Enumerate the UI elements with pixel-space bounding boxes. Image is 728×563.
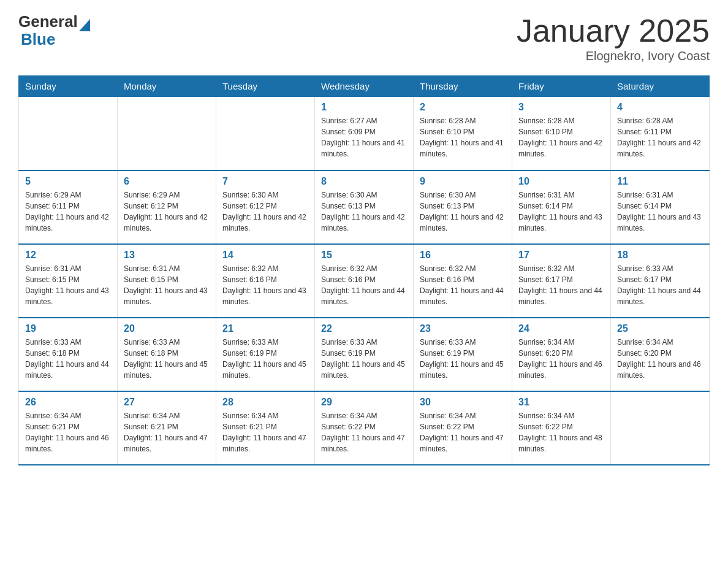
calendar-cell: 7Sunrise: 6:30 AM Sunset: 6:12 PM Daylig…: [216, 170, 315, 244]
week-row-2: 5Sunrise: 6:29 AM Sunset: 6:11 PM Daylig…: [19, 170, 710, 244]
day-number: 15: [321, 250, 407, 261]
calendar-cell: 22Sunrise: 6:33 AM Sunset: 6:19 PM Dayli…: [315, 318, 414, 391]
day-info: Sunrise: 6:27 AM Sunset: 6:09 PM Dayligh…: [321, 115, 407, 159]
calendar-cell: 8Sunrise: 6:30 AM Sunset: 6:13 PM Daylig…: [315, 170, 414, 244]
calendar-subtitle: Elognekro, Ivory Coast: [517, 49, 710, 63]
day-info: Sunrise: 6:33 AM Sunset: 6:19 PM Dayligh…: [420, 337, 506, 381]
header-day-monday: Monday: [118, 76, 216, 97]
day-number: 8: [321, 176, 407, 187]
header-day-tuesday: Tuesday: [216, 76, 315, 97]
calendar-cell: 24Sunrise: 6:34 AM Sunset: 6:20 PM Dayli…: [512, 318, 611, 391]
calendar-cell: 4Sunrise: 6:28 AM Sunset: 6:11 PM Daylig…: [611, 97, 710, 170]
header-day-wednesday: Wednesday: [315, 76, 414, 97]
day-info: Sunrise: 6:31 AM Sunset: 6:15 PM Dayligh…: [124, 263, 210, 307]
calendar-cell: [216, 97, 315, 170]
week-row-5: 26Sunrise: 6:34 AM Sunset: 6:21 PM Dayli…: [19, 391, 710, 465]
day-number: 2: [420, 102, 506, 113]
title-section: January 2025 Elognekro, Ivory Coast: [517, 12, 710, 63]
calendar-cell: 20Sunrise: 6:33 AM Sunset: 6:18 PM Dayli…: [118, 318, 216, 391]
day-number: 17: [518, 250, 604, 261]
svg-marker-0: [79, 19, 90, 31]
day-number: 4: [617, 102, 703, 113]
day-info: Sunrise: 6:34 AM Sunset: 6:22 PM Dayligh…: [420, 410, 506, 454]
day-info: Sunrise: 6:30 AM Sunset: 6:13 PM Dayligh…: [420, 190, 506, 234]
day-number: 16: [420, 250, 506, 261]
week-row-4: 19Sunrise: 6:33 AM Sunset: 6:18 PM Dayli…: [19, 318, 710, 391]
day-number: 7: [222, 176, 308, 187]
logo-blue-text: Blue: [21, 30, 55, 48]
day-number: 29: [321, 397, 407, 408]
day-info: Sunrise: 6:30 AM Sunset: 6:12 PM Dayligh…: [222, 190, 308, 234]
calendar-cell: 30Sunrise: 6:34 AM Sunset: 6:22 PM Dayli…: [414, 391, 512, 465]
day-info: Sunrise: 6:32 AM Sunset: 6:16 PM Dayligh…: [420, 263, 506, 307]
day-info: Sunrise: 6:28 AM Sunset: 6:11 PM Dayligh…: [617, 115, 703, 159]
day-number: 30: [420, 397, 506, 408]
day-number: 24: [518, 323, 604, 334]
day-number: 14: [222, 250, 308, 261]
day-info: Sunrise: 6:34 AM Sunset: 6:21 PM Dayligh…: [124, 410, 210, 454]
calendar-cell: 15Sunrise: 6:32 AM Sunset: 6:16 PM Dayli…: [315, 244, 414, 318]
header-day-saturday: Saturday: [611, 76, 710, 97]
calendar-cell: 11Sunrise: 6:31 AM Sunset: 6:14 PM Dayli…: [611, 170, 710, 244]
day-info: Sunrise: 6:32 AM Sunset: 6:16 PM Dayligh…: [321, 263, 407, 307]
day-info: Sunrise: 6:34 AM Sunset: 6:22 PM Dayligh…: [518, 410, 604, 454]
day-info: Sunrise: 6:30 AM Sunset: 6:13 PM Dayligh…: [321, 190, 407, 234]
day-number: 31: [518, 397, 604, 408]
day-number: 11: [617, 176, 703, 187]
calendar-cell: [118, 97, 216, 170]
calendar-cell: 3Sunrise: 6:28 AM Sunset: 6:10 PM Daylig…: [512, 97, 611, 170]
day-info: Sunrise: 6:33 AM Sunset: 6:18 PM Dayligh…: [124, 337, 210, 381]
calendar-cell: 5Sunrise: 6:29 AM Sunset: 6:11 PM Daylig…: [19, 170, 118, 244]
calendar-cell: 13Sunrise: 6:31 AM Sunset: 6:15 PM Dayli…: [118, 244, 216, 318]
day-number: 5: [25, 176, 111, 187]
day-number: 28: [222, 397, 308, 408]
calendar-cell: 25Sunrise: 6:34 AM Sunset: 6:20 PM Dayli…: [611, 318, 710, 391]
calendar-cell: [19, 97, 118, 170]
logo-general-text: General: [18, 12, 78, 31]
day-number: 23: [420, 323, 506, 334]
day-number: 18: [617, 250, 703, 261]
calendar-cell: 23Sunrise: 6:33 AM Sunset: 6:19 PM Dayli…: [414, 318, 512, 391]
day-number: 10: [518, 176, 604, 187]
calendar-cell: 14Sunrise: 6:32 AM Sunset: 6:16 PM Dayli…: [216, 244, 315, 318]
calendar-cell: 21Sunrise: 6:33 AM Sunset: 6:19 PM Dayli…: [216, 318, 315, 391]
week-row-1: 1Sunrise: 6:27 AM Sunset: 6:09 PM Daylig…: [19, 97, 710, 170]
calendar-header-row: SundayMondayTuesdayWednesdayThursdayFrid…: [19, 76, 710, 97]
header-day-thursday: Thursday: [414, 76, 512, 97]
day-info: Sunrise: 6:34 AM Sunset: 6:21 PM Dayligh…: [25, 410, 111, 454]
calendar-cell: 17Sunrise: 6:32 AM Sunset: 6:17 PM Dayli…: [512, 244, 611, 318]
day-info: Sunrise: 6:34 AM Sunset: 6:21 PM Dayligh…: [222, 410, 308, 454]
day-info: Sunrise: 6:28 AM Sunset: 6:10 PM Dayligh…: [420, 115, 506, 159]
day-number: 12: [25, 250, 111, 261]
calendar-cell: 18Sunrise: 6:33 AM Sunset: 6:17 PM Dayli…: [611, 244, 710, 318]
day-number: 20: [124, 323, 210, 334]
day-info: Sunrise: 6:32 AM Sunset: 6:16 PM Dayligh…: [222, 263, 308, 307]
logo: General Blue: [18, 12, 90, 49]
calendar-cell: 2Sunrise: 6:28 AM Sunset: 6:10 PM Daylig…: [414, 97, 512, 170]
day-info: Sunrise: 6:33 AM Sunset: 6:19 PM Dayligh…: [222, 337, 308, 381]
header-day-friday: Friday: [512, 76, 611, 97]
day-info: Sunrise: 6:33 AM Sunset: 6:19 PM Dayligh…: [321, 337, 407, 381]
day-number: 21: [222, 323, 308, 334]
calendar-title: January 2025: [517, 12, 710, 49]
day-info: Sunrise: 6:32 AM Sunset: 6:17 PM Dayligh…: [518, 263, 604, 307]
header-day-sunday: Sunday: [19, 76, 118, 97]
day-number: 19: [25, 323, 111, 334]
day-number: 3: [518, 102, 604, 113]
calendar-cell: 28Sunrise: 6:34 AM Sunset: 6:21 PM Dayli…: [216, 391, 315, 465]
calendar-cell: 12Sunrise: 6:31 AM Sunset: 6:15 PM Dayli…: [19, 244, 118, 318]
day-info: Sunrise: 6:34 AM Sunset: 6:20 PM Dayligh…: [617, 337, 703, 381]
day-number: 22: [321, 323, 407, 334]
day-info: Sunrise: 6:31 AM Sunset: 6:14 PM Dayligh…: [617, 190, 703, 234]
day-number: 1: [321, 102, 407, 113]
day-number: 6: [124, 176, 210, 187]
week-row-3: 12Sunrise: 6:31 AM Sunset: 6:15 PM Dayli…: [19, 244, 710, 318]
day-number: 25: [617, 323, 703, 334]
day-number: 27: [124, 397, 210, 408]
day-info: Sunrise: 6:34 AM Sunset: 6:22 PM Dayligh…: [321, 410, 407, 454]
logo-triangle-icon: [79, 19, 90, 31]
day-info: Sunrise: 6:33 AM Sunset: 6:18 PM Dayligh…: [25, 337, 111, 381]
day-number: 26: [25, 397, 111, 408]
day-info: Sunrise: 6:31 AM Sunset: 6:14 PM Dayligh…: [518, 190, 604, 234]
day-info: Sunrise: 6:29 AM Sunset: 6:12 PM Dayligh…: [124, 190, 210, 234]
